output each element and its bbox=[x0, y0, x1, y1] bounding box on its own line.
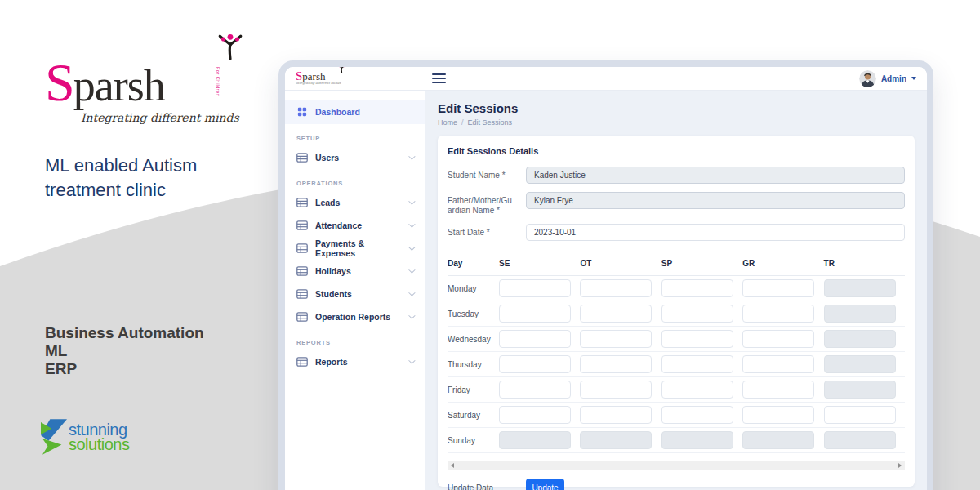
sessions-table: DaySEOTSPGRTRMondayTuesdayWednesdayThurs… bbox=[448, 252, 905, 453]
session-gr-input[interactable] bbox=[742, 381, 814, 399]
menu-icon[interactable] bbox=[432, 74, 446, 83]
session-se-input bbox=[499, 431, 571, 449]
topbar: Sparsh Integrating different minds bbox=[285, 67, 927, 91]
scroll-right-icon[interactable] bbox=[898, 463, 902, 468]
session-ot-input[interactable] bbox=[580, 279, 652, 297]
session-sp-input[interactable] bbox=[662, 279, 733, 297]
table-header: SE bbox=[499, 259, 580, 268]
sidebar-item-label: Leads bbox=[315, 198, 340, 207]
sidebar: DashboardSETUPUsersOPERATIONSLeadsAttend… bbox=[285, 91, 425, 490]
form-row: Father/Mother/Guardian Name * bbox=[448, 192, 905, 216]
table-icon bbox=[296, 289, 308, 299]
sidebar-item-dashboard[interactable]: Dashboard bbox=[285, 100, 425, 124]
chevron-down-icon bbox=[408, 243, 415, 250]
session-gr-input[interactable] bbox=[742, 406, 814, 424]
session-tr-input bbox=[824, 355, 896, 373]
session-form: Student Name *Father/Mother/Guardian Nam… bbox=[448, 167, 905, 241]
table-row: Thursday bbox=[448, 352, 905, 377]
table-icon bbox=[296, 153, 308, 163]
session-tr-input bbox=[824, 431, 896, 449]
field-label: Start Date * bbox=[448, 224, 526, 238]
table-header: OT bbox=[580, 259, 661, 268]
table-row: Tuesday bbox=[448, 301, 905, 327]
wordmark-initial: S bbox=[45, 52, 74, 112]
sidebar-item-leads[interactable]: Leads bbox=[285, 191, 425, 214]
session-se-input[interactable] bbox=[499, 381, 571, 399]
horizontal-scrollbar[interactable] bbox=[448, 461, 905, 470]
session-ot-input[interactable] bbox=[580, 305, 652, 323]
table-row: Friday bbox=[448, 377, 905, 403]
session-sp-input[interactable] bbox=[662, 330, 733, 348]
session-se-input[interactable] bbox=[499, 279, 571, 297]
update-row: Update Data Update bbox=[448, 479, 905, 490]
session-sp-input[interactable] bbox=[662, 381, 733, 399]
table-row: Sunday bbox=[448, 428, 905, 453]
table-row: Wednesday bbox=[448, 327, 905, 352]
admin-menu[interactable]: Admin bbox=[859, 70, 927, 87]
wordmark-rest: parsh bbox=[74, 61, 165, 110]
sidebar-item-label: Holidays bbox=[315, 266, 351, 276]
session-sp-input[interactable] bbox=[662, 406, 733, 424]
day-label: Friday bbox=[448, 385, 499, 394]
session-ot-input[interactable] bbox=[580, 355, 652, 373]
chevron-down-icon bbox=[408, 266, 415, 273]
session-se-input[interactable] bbox=[499, 406, 571, 424]
table-header: Day bbox=[448, 259, 499, 268]
chevron-down-icon bbox=[408, 153, 415, 159]
sidebar-section-label: SETUP bbox=[285, 124, 425, 146]
session-se-input[interactable] bbox=[499, 330, 571, 348]
day-label: Monday bbox=[448, 284, 499, 293]
sidebar-item-operation-reports[interactable]: Operation Reports bbox=[285, 305, 425, 328]
breadcrumb-home[interactable]: Home bbox=[438, 118, 457, 127]
update-button[interactable]: Update bbox=[526, 479, 564, 490]
session-ot-input bbox=[580, 431, 652, 449]
day-label: Tuesday bbox=[448, 310, 499, 318]
table-icon bbox=[296, 357, 308, 367]
session-se-input[interactable] bbox=[499, 305, 571, 323]
app-window: Sparsh Integrating different minds bbox=[278, 60, 933, 490]
sidebar-item-label: Users bbox=[315, 153, 339, 163]
session-gr-input[interactable] bbox=[742, 279, 814, 297]
form-row: Start Date * bbox=[448, 224, 905, 241]
sidebar-item-students[interactable]: Students bbox=[285, 283, 425, 305]
session-tr-input[interactable] bbox=[824, 406, 896, 424]
app-logo[interactable]: Sparsh Integrating different minds bbox=[285, 69, 425, 87]
person-icon bbox=[337, 65, 346, 73]
start-date-input[interactable] bbox=[526, 224, 905, 241]
chevron-down-icon bbox=[408, 198, 415, 204]
sidebar-item-label: Payments & Expenses bbox=[315, 238, 401, 258]
session-ot-input[interactable] bbox=[580, 406, 652, 424]
table-header: GR bbox=[742, 259, 823, 268]
day-label: Wednesday bbox=[448, 335, 499, 344]
sidebar-item-label: Students bbox=[315, 289, 352, 299]
sidebar-item-users[interactable]: Users bbox=[285, 146, 425, 169]
chevron-down-icon bbox=[408, 289, 415, 296]
sidebar-item-reports[interactable]: Reports bbox=[285, 350, 425, 373]
feature-item: ML bbox=[45, 342, 204, 360]
session-gr-input[interactable] bbox=[742, 305, 814, 323]
breadcrumb-separator: / bbox=[461, 118, 464, 127]
session-gr-input[interactable] bbox=[742, 355, 814, 373]
sidebar-item-label: Operation Reports bbox=[315, 312, 390, 322]
session-ot-input[interactable] bbox=[580, 381, 652, 399]
stunning-solutions-logo: stunning solutions bbox=[41, 418, 129, 456]
student-name-input bbox=[526, 167, 905, 184]
sidebar-section-label: REPORTS bbox=[285, 328, 425, 350]
session-sp-input[interactable] bbox=[662, 355, 733, 373]
sidebar-item-attendance[interactable]: Attendance bbox=[285, 214, 425, 237]
chevron-down-icon bbox=[408, 312, 415, 318]
sidebar-item-payments-expenses[interactable]: Payments & Expenses bbox=[285, 237, 425, 260]
session-gr-input[interactable] bbox=[742, 330, 814, 348]
session-sp-input[interactable] bbox=[662, 305, 733, 323]
sparsh-logo: Sparsh For Children Integrating differen… bbox=[45, 56, 241, 124]
avatar bbox=[859, 70, 876, 87]
session-se-input[interactable] bbox=[499, 355, 571, 373]
update-label: Update Data bbox=[448, 483, 526, 490]
table-icon bbox=[296, 198, 308, 207]
scroll-left-icon[interactable] bbox=[451, 463, 454, 468]
brand-headline: ML enabled Autism treatment clinic bbox=[45, 154, 197, 203]
breadcrumb-current: Edit Sessions bbox=[468, 118, 513, 127]
session-ot-input[interactable] bbox=[580, 330, 652, 348]
sidebar-item-holidays[interactable]: Holidays bbox=[285, 260, 425, 283]
sidebar-section-label: OPERATIONS bbox=[285, 169, 425, 191]
